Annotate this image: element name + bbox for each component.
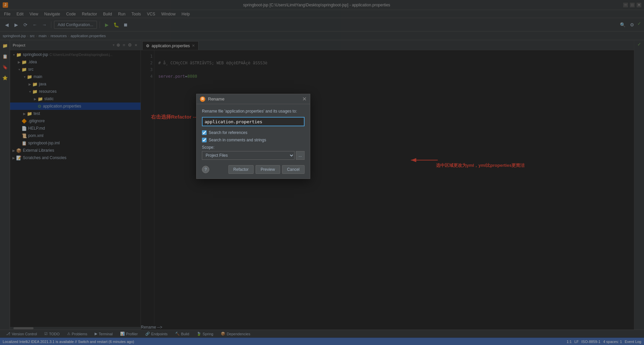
bottom-tab-terminal[interactable]: ▶ Terminal <box>91 330 116 338</box>
add-configuration-button[interactable]: Add Configuration... <box>54 21 97 29</box>
status-lf[interactable]: LF <box>574 340 579 344</box>
status-event-log[interactable]: Event Log <box>625 340 641 344</box>
search-everywhere-button[interactable]: 🔍 <box>619 21 627 29</box>
debug-button[interactable]: 🐛 <box>112 21 120 29</box>
dialog-rename-input[interactable] <box>202 117 305 126</box>
tree-item-root[interactable]: ▾ 📁 springboot-jsp C:\Users\LimitYang\De… <box>10 51 141 58</box>
code-line-2-key: server.port <box>158 74 185 79</box>
activity-structure-icon[interactable]: 📋 <box>1 52 9 60</box>
activity-project-icon[interactable]: 📁 <box>1 42 9 50</box>
profiler-label: Profiler <box>126 332 138 336</box>
maximize-button[interactable]: □ <box>630 3 635 7</box>
tree-item-java[interactable]: ▶ 📁 java <box>10 80 141 88</box>
dialog-preview-button[interactable]: Preview <box>256 165 280 174</box>
menu-build[interactable]: Build <box>100 11 115 17</box>
dialog-scope-browse-button[interactable]: ... <box>296 151 305 160</box>
breadcrumb-main[interactable]: main <box>39 34 47 38</box>
tree-item-idea[interactable]: ▶ 📁 .idea <box>10 58 141 66</box>
bottom-tab-spring[interactable]: 🍃 Spring <box>193 330 217 338</box>
bottom-tab-endpoints[interactable]: 🔗 Endpoints <box>142 330 171 338</box>
dialog-cancel-button[interactable]: Cancel <box>282 165 305 174</box>
tree-label-static: static <box>44 96 54 101</box>
dialog-scope-select[interactable]: Project Files Project and Libraries Modu… <box>202 151 294 160</box>
toolbar-right-section: 🔍 ⚙ ✓ <box>619 21 641 29</box>
status-encoding[interactable]: ISO-8859-1 <box>581 340 600 344</box>
close-button[interactable]: ✕ <box>637 3 641 7</box>
tree-item-static[interactable]: ▶ 📁 static <box>10 95 141 102</box>
tree-label-helpmd: HELP.md <box>28 126 45 131</box>
bottom-tab-version-control[interactable]: ⎇ Version Control <box>3 330 40 338</box>
stop-button[interactable]: ⏹ <box>121 21 129 29</box>
dialog-scope-select-row: Project Files Project and Libraries Modu… <box>202 151 305 160</box>
bottom-tab-todo[interactable]: ☑ TODO <box>41 330 63 338</box>
editor-tab-app-props[interactable]: ⚙ application.properties ✕ <box>142 41 199 50</box>
line-numbers: 1 2 3 4 <box>141 50 154 325</box>
tree-label-root: springboot-jsp <box>23 52 48 57</box>
tab-label: application.properties <box>152 44 190 48</box>
sidebar-settings-icon[interactable]: ⚙ <box>127 42 132 48</box>
tree-item-main[interactable]: ▾ 📁 main <box>10 73 141 80</box>
tree-item-src[interactable]: ▾ 📁 src <box>10 66 141 73</box>
tree-item-application-properties[interactable]: ▶ ⚙ application.properties <box>10 102 141 110</box>
bottom-tab-build[interactable]: 🔨 Build <box>172 330 193 338</box>
breadcrumb-project[interactable]: springboot-jsp <box>3 34 26 38</box>
breadcrumb-file[interactable]: application.properties <box>71 34 106 38</box>
status-spaces[interactable]: 4 spaces: 1 <box>603 340 622 344</box>
tree-item-test[interactable]: ▶ 📁 test <box>10 110 141 117</box>
build-label: Build <box>181 332 189 336</box>
toolbar-refresh-btn[interactable]: ⟳ <box>21 21 30 29</box>
line-num-1: 1 <box>142 53 153 60</box>
menu-tools[interactable]: Tools <box>129 11 144 17</box>
spring-label: Spring <box>203 332 213 336</box>
tree-item-external-libs[interactable]: ▶ 📦 External Libraries <box>10 147 141 154</box>
status-bar: Localized IntelliJ IDEA 2021.3.1 is avai… <box>0 338 644 345</box>
breadcrumb-resources[interactable]: resources <box>51 34 67 38</box>
menu-refactor[interactable]: Refactor <box>79 11 100 17</box>
menu-help[interactable]: Help <box>179 11 193 17</box>
tree-item-helpmd[interactable]: ▶ 📄 HELP.md <box>10 125 141 132</box>
bottom-tab-problems[interactable]: ⚠ Problems <box>64 330 91 338</box>
code-area[interactable]: # å¸ CCHçCCH âSTRIåVTS; WEB è@çèEPAÂçè â… <box>154 50 634 325</box>
status-update-msg[interactable]: Localized IntelliJ IDEA 2021.3.1 is avai… <box>3 340 134 344</box>
tree-item-pomxml[interactable]: ▶ 📜 pom.xml <box>10 132 141 139</box>
menu-navigate[interactable]: Navigate <box>42 11 63 17</box>
dialog-refactor-button[interactable]: Refactor <box>228 165 254 174</box>
dialog-help-button[interactable]: ? <box>202 166 209 173</box>
minimize-button[interactable]: ─ <box>623 3 628 7</box>
run-button[interactable]: ▶ <box>103 21 111 29</box>
menu-run[interactable]: Run <box>115 11 128 17</box>
breadcrumb-sep-2: › <box>36 34 37 38</box>
bottom-tab-profiler[interactable]: 📊 Profiler <box>117 330 141 338</box>
menu-code[interactable]: Code <box>63 11 78 17</box>
toolbar-back-btn[interactable]: ◀ <box>3 21 11 29</box>
breadcrumb-src[interactable]: src <box>30 34 35 38</box>
menu-window[interactable]: Window <box>159 11 178 17</box>
settings-button[interactable]: ⚙ <box>628 21 636 29</box>
dialog-search-refs-row: Search for references <box>202 130 305 135</box>
sidebar-hide-icon[interactable]: × <box>134 42 138 48</box>
toolbar-navigate-fwd-btn[interactable]: → <box>40 21 48 29</box>
sidebar-scrollbar[interactable] <box>10 327 141 330</box>
tree-item-gitignore[interactable]: ▶ 🔶 .gitignore <box>10 117 141 125</box>
tree-label-idea: .idea <box>28 60 37 64</box>
dialog-search-comments-checkbox[interactable] <box>202 138 207 142</box>
menu-edit[interactable]: Edit <box>14 11 26 17</box>
sidebar-collapse-icon[interactable]: ≡ <box>122 42 126 48</box>
menu-file[interactable]: File <box>1 11 13 17</box>
dialog-close-button[interactable]: ✕ <box>302 96 307 102</box>
dialog-search-refs-checkbox[interactable] <box>202 130 207 135</box>
tree-item-resources[interactable]: ▾ 📁 resources <box>10 88 141 95</box>
activity-favorites-icon[interactable]: ⭐ <box>1 74 9 82</box>
bottom-tab-dependencies[interactable]: 📦 Dependencies <box>217 330 254 338</box>
toolbar-fwd-btn[interactable]: ▶ <box>12 21 20 29</box>
sidebar-locate-icon[interactable]: ⊕ <box>116 42 121 48</box>
tree-item-scratches[interactable]: ▶ 📝 Scratches and Consoles <box>10 154 141 161</box>
activity-bookmarks-icon[interactable]: 🔖 <box>1 63 9 71</box>
status-position[interactable]: 1:1 <box>567 340 572 344</box>
toolbar-navigate-back-btn[interactable]: ← <box>31 21 39 29</box>
tree-item-iml[interactable]: ▶ 📋 springboot-jsp.iml <box>10 139 141 147</box>
tab-close-icon[interactable]: ✕ <box>192 44 195 48</box>
menu-view[interactable]: View <box>27 11 41 17</box>
tree-label-java: java <box>39 82 46 86</box>
menu-vcs[interactable]: VCS <box>144 11 158 17</box>
